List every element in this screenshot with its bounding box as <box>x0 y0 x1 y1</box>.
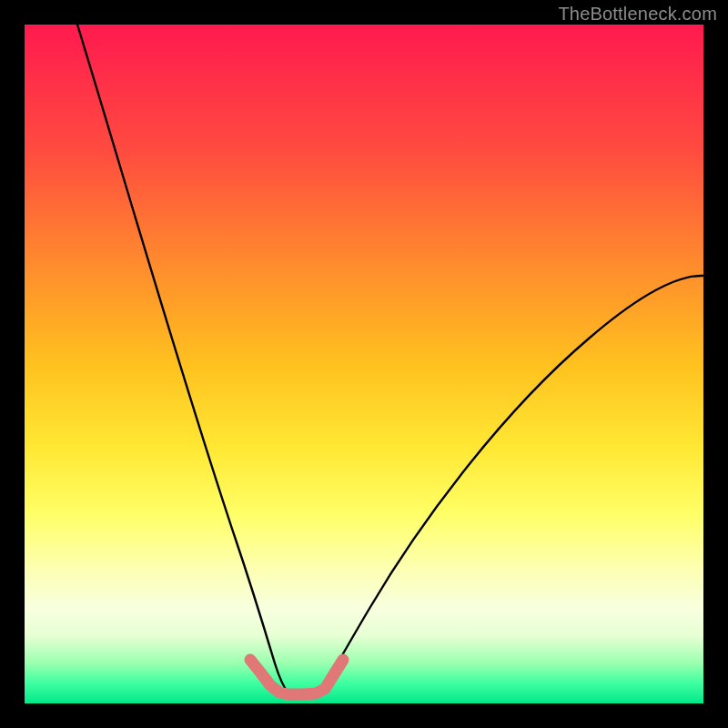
left-curve <box>77 25 288 693</box>
curve-layer <box>25 25 703 703</box>
plot-area <box>25 25 703 703</box>
chart-frame: TheBottleneck.com <box>0 0 728 728</box>
watermark-text: TheBottleneck.com <box>558 4 717 25</box>
right-curve <box>320 276 703 689</box>
highlight-segment <box>250 660 343 694</box>
